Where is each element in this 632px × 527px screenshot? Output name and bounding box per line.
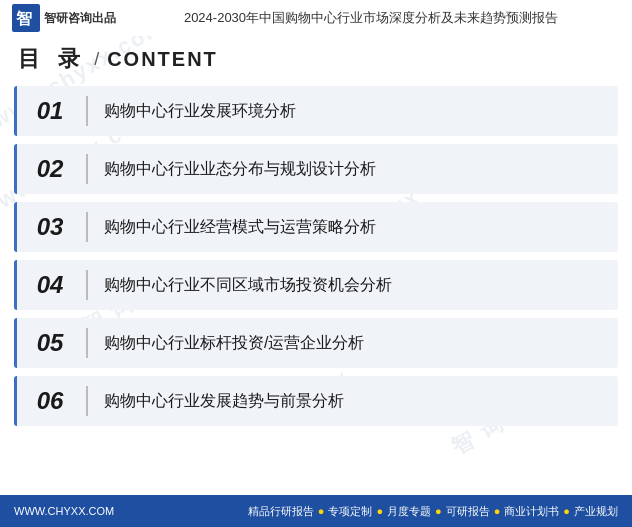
svg-text:智: 智 bbox=[15, 10, 32, 27]
logo-icon: 智 bbox=[12, 4, 40, 32]
logo-text: 智研咨询出品 bbox=[44, 10, 116, 27]
menu-number-2: 02 bbox=[14, 155, 86, 183]
footer-tag-6: 产业规划 bbox=[574, 504, 618, 519]
menu-label-3: 购物中心行业经营模式与运营策略分析 bbox=[104, 217, 376, 238]
footer-tag-3: 月度专题 bbox=[387, 504, 431, 519]
header-title: 2024-2030年中国购物中心行业市场深度分析及未来趋势预测报告 bbox=[122, 9, 620, 27]
menu-item-6[interactable]: 06 购物中心行业发展趋势与前景分析 bbox=[14, 376, 618, 426]
menu-label-5: 购物中心行业标杆投资/运营企业分析 bbox=[104, 333, 364, 354]
menu-divider-5 bbox=[86, 328, 88, 358]
menu-divider-4 bbox=[86, 270, 88, 300]
footer-tags: 精品行研报告 ● 专项定制 ● 月度专题 ● 可研报告 ● 商业计划书 ● 产业… bbox=[248, 504, 618, 519]
menu-label-4: 购物中心行业不同区域市场投资机会分析 bbox=[104, 275, 392, 296]
footer-dot-4: ● bbox=[494, 505, 501, 517]
footer-tag-2: 专项定制 bbox=[328, 504, 372, 519]
toc-separator: / bbox=[94, 49, 99, 70]
menu-number-6: 06 bbox=[14, 387, 86, 415]
footer-dot-2: ● bbox=[376, 505, 383, 517]
menu-label-6: 购物中心行业发展趋势与前景分析 bbox=[104, 391, 344, 412]
footer-tag-1: 精品行研报告 bbox=[248, 504, 314, 519]
header: 智 智研咨询出品 2024-2030年中国购物中心行业市场深度分析及未来趋势预测… bbox=[0, 0, 632, 36]
menu-label-1: 购物中心行业发展环境分析 bbox=[104, 101, 296, 122]
footer-website: WWW.CHYXX.COM bbox=[14, 505, 114, 517]
menu-item-1[interactable]: 01 购物中心行业发展环境分析 bbox=[14, 86, 618, 136]
footer-tag-4: 可研报告 bbox=[446, 504, 490, 519]
menu-label-2: 购物中心行业业态分布与规划设计分析 bbox=[104, 159, 376, 180]
menu-divider-2 bbox=[86, 154, 88, 184]
footer: WWW.CHYXX.COM 精品行研报告 ● 专项定制 ● 月度专题 ● 可研报… bbox=[0, 495, 632, 527]
logo-area: 智 智研咨询出品 bbox=[12, 4, 122, 32]
menu-item-2[interactable]: 02 购物中心行业业态分布与规划设计分析 bbox=[14, 144, 618, 194]
footer-dot-3: ● bbox=[435, 505, 442, 517]
menu-divider-3 bbox=[86, 212, 88, 242]
menu-number-1: 01 bbox=[14, 97, 86, 125]
menu-item-5[interactable]: 05 购物中心行业标杆投资/运营企业分析 bbox=[14, 318, 618, 368]
menu-list: 01 购物中心行业发展环境分析 02 购物中心行业业态分布与规划设计分析 03 … bbox=[14, 86, 618, 426]
menu-number-3: 03 bbox=[14, 213, 86, 241]
menu-item-4[interactable]: 04 购物中心行业不同区域市场投资机会分析 bbox=[14, 260, 618, 310]
footer-dot-5: ● bbox=[563, 505, 570, 517]
main-content: 目 录 / CONTENT 01 购物中心行业发展环境分析 02 购物中心行业业… bbox=[0, 36, 632, 426]
toc-title-row: 目 录 / CONTENT bbox=[14, 44, 618, 74]
toc-title-en: CONTENT bbox=[107, 48, 218, 71]
menu-item-3[interactable]: 03 购物中心行业经营模式与运营策略分析 bbox=[14, 202, 618, 252]
menu-divider-1 bbox=[86, 96, 88, 126]
footer-dot-1: ● bbox=[318, 505, 325, 517]
menu-number-4: 04 bbox=[14, 271, 86, 299]
toc-title-zh: 目 录 bbox=[18, 44, 86, 74]
footer-tag-5: 商业计划书 bbox=[504, 504, 559, 519]
menu-number-5: 05 bbox=[14, 329, 86, 357]
menu-divider-6 bbox=[86, 386, 88, 416]
